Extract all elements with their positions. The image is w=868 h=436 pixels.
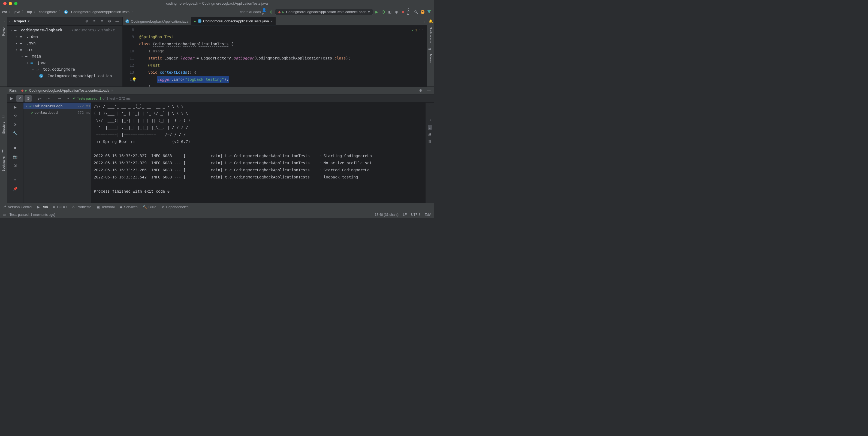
bookmarks-label[interactable]: Bookmarks — [2, 156, 5, 171]
add-user-icon[interactable]: 👤▾ — [262, 9, 268, 15]
breadcrumb-item[interactable]: C CodingmoreLogbackApplicationTests — [64, 10, 129, 14]
show-ignored-icon[interactable]: ⊘ — [25, 95, 32, 102]
toolbox-icon[interactable] — [426, 9, 432, 15]
history-icon[interactable]: ≡ — [12, 177, 19, 183]
sort-up-icon[interactable]: ↑≡ — [44, 95, 51, 102]
stop-side-icon[interactable]: ■ — [12, 145, 19, 151]
test-tree-item[interactable]: ✔ contextLoad 272 ms — [24, 109, 91, 116]
tree-folder[interactable]: ▾▬ src — [7, 47, 122, 53]
hide-icon[interactable]: — — [114, 18, 120, 24]
tree-folder[interactable]: ▸▬ .idea — [7, 33, 122, 40]
breadcrumb-method[interactable]: contextLoads — [240, 10, 261, 14]
notifications-icon[interactable]: 🔔 — [429, 19, 433, 24]
search-icon[interactable] — [413, 9, 419, 15]
maximize-window-icon[interactable] — [14, 2, 18, 5]
structure-icon[interactable]: ⬚ — [1, 114, 6, 118]
tool-tab-terminal[interactable]: ▣Terminal — [96, 205, 115, 209]
pin-icon[interactable]: 📌 — [12, 185, 19, 192]
clear-icon[interactable]: 🗑 — [428, 139, 432, 144]
status-indent[interactable]: Tab* — [425, 213, 431, 216]
back-icon[interactable] — [269, 9, 274, 15]
toggle-auto-icon[interactable]: ⟳ — [12, 121, 19, 128]
locate-icon[interactable]: ⊕ — [84, 18, 90, 24]
breadcrumb-item[interactable]: est — [2, 10, 7, 14]
svg-point-5 — [415, 11, 417, 13]
run-config-selector[interactable]: ◆▸ CodingmoreLogbackApplicationTests.con… — [275, 9, 373, 15]
camera-icon[interactable]: 📷 — [12, 153, 19, 160]
expand-all-icon[interactable]: ≡ — [91, 18, 97, 24]
run-icon[interactable]: ▶ — [374, 9, 379, 15]
maven-icon[interactable]: m — [429, 47, 433, 51]
stop-icon[interactable]: ■ — [400, 9, 406, 15]
tree-package[interactable]: ▾▭ top.codingmore — [7, 66, 122, 72]
show-passed-icon[interactable]: ✔ — [17, 95, 24, 102]
project-view-icon[interactable]: ▭ — [9, 19, 12, 23]
project-tool-icon[interactable]: ▭ — [1, 19, 6, 24]
status-encoding[interactable]: UTF-8 — [411, 213, 421, 216]
tool-tab-run[interactable]: ▶Run — [37, 205, 48, 209]
code-area[interactable]: ✔1 ˄ ˅@SpringBootTest class CodingmoreLo… — [139, 26, 427, 86]
rerun-icon-side[interactable]: ▶ — [12, 104, 19, 110]
gear-icon[interactable]: ⚙ — [106, 18, 113, 24]
collapse-all-icon[interactable]: ≡ — [99, 18, 105, 24]
status-caret-pos[interactable]: 13:40 (31 chars) — [375, 213, 399, 216]
editor-tab[interactable]: CCodingmoreLogbackApplication.java — [123, 17, 191, 25]
tree-folder[interactable]: ▸▬ .mvn — [7, 40, 122, 47]
tool-tab-build[interactable]: 🔨Build — [143, 205, 156, 209]
import-icon[interactable]: ⇥ — [56, 95, 63, 102]
soft-wrap-icon[interactable]: ⇥ — [428, 118, 431, 122]
rerun-failed-icon[interactable]: ⟲ — [12, 112, 19, 119]
editor-tab-active[interactable]: ▸CCodingmoreLogbackApplicationTests.java… — [191, 17, 276, 25]
close-window-icon[interactable] — [3, 2, 6, 5]
scroll-end-icon[interactable]: ⤓ — [428, 125, 432, 130]
up-icon[interactable]: ↑ — [429, 104, 431, 108]
project-tree[interactable]: ▾▬ codingmore-logback ~/Documents/Github… — [7, 26, 122, 80]
breadcrumb-item[interactable]: codingmore — [39, 10, 57, 14]
status-icon[interactable]: ▭ — [3, 213, 6, 216]
notifications-label[interactable]: Notifications — [429, 27, 432, 43]
test-tree[interactable]: ▾✔ CodingmoreLogb 272 ms ✔ contextLoad 2… — [24, 103, 92, 203]
tool-tab-deps[interactable]: ≋Dependencies — [161, 205, 189, 209]
test-tree-root[interactable]: ▾✔ CodingmoreLogb 272 ms — [24, 103, 91, 109]
hide-run-icon[interactable]: — — [426, 88, 432, 94]
update-icon[interactable] — [420, 9, 425, 15]
coverage-icon[interactable]: ◧ — [387, 9, 393, 15]
inspection-badge[interactable]: ✔1 ˄ ˅ — [412, 27, 424, 34]
print-icon[interactable]: 🖶 — [428, 133, 432, 137]
tab-options-icon[interactable]: ⋮ — [421, 19, 427, 25]
console-output[interactable]: /\\ / ___'_ __ _ _(_)_ __ __ _ \ \ \ \ (… — [92, 103, 425, 203]
project-tool-label[interactable]: Project — [2, 27, 5, 36]
breadcrumb-item[interactable]: java — [13, 10, 20, 14]
wrench-icon[interactable]: 🔧 — [12, 130, 19, 137]
sort-down-icon[interactable]: ↓≡ — [36, 95, 43, 102]
rerun-icon[interactable]: ▶ — [8, 95, 15, 102]
bookmarks-icon[interactable]: ▮ — [1, 149, 6, 153]
translate-icon[interactable]: 文A — [407, 9, 412, 15]
export-icon[interactable]: ⇲ — [12, 162, 19, 169]
tool-tab-todo[interactable]: ≡TODO — [53, 205, 67, 209]
run-settings-icon[interactable]: ⚙ — [417, 88, 424, 94]
breadcrumb-item[interactable]: top — [27, 10, 32, 14]
down-icon[interactable]: ↓ — [429, 111, 431, 115]
minimize-window-icon[interactable] — [9, 2, 12, 5]
project-view-label[interactable]: Project — [14, 19, 26, 23]
intention-bulb-icon[interactable]: 💡 — [132, 76, 136, 83]
close-tab-icon[interactable]: × — [271, 19, 273, 23]
console-toolbar: ↑ ↓ ⇥ ⤓ 🖶 🗑 — [425, 103, 434, 203]
tree-class[interactable]: C CodingmoreLogbackApplication — [7, 72, 122, 79]
tool-tab-services[interactable]: ◆Services — [120, 205, 138, 209]
maven-label[interactable]: Maven — [429, 54, 432, 63]
status-line-sep[interactable]: LF — [403, 213, 407, 216]
close-run-tab-icon[interactable]: × — [111, 88, 113, 92]
tree-folder[interactable]: ▾▬ java — [7, 59, 122, 66]
run-toolbar: ▶ ✔ ⊘ ↓≡ ↑≡ ⇥ » ✔ Tests passed: 1 of 1 t… — [7, 94, 434, 103]
profiler-icon[interactable]: ◉ — [394, 9, 399, 15]
structure-label[interactable]: Structure — [2, 122, 5, 134]
tree-folder[interactable]: ▾▬ main — [7, 53, 122, 59]
debug-icon[interactable] — [380, 9, 386, 15]
run-tab[interactable]: ◆▸ CodingmoreLogbackApplicationTests.con… — [19, 88, 115, 92]
tool-tab-problems[interactable]: ⚠Problems — [72, 205, 92, 209]
tool-tab-vcs[interactable]: ⎇Version Control — [2, 205, 32, 209]
svg-line-6 — [416, 12, 417, 13]
tree-root[interactable]: ▾▬ codingmore-logback ~/Documents/Github… — [7, 27, 122, 33]
